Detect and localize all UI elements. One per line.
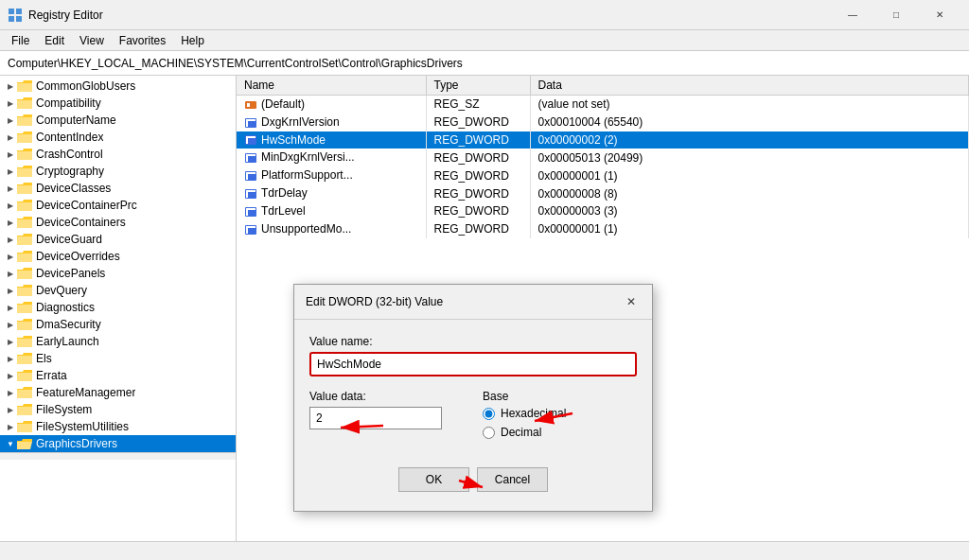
tree-item[interactable]: ▶ DeviceContainers <box>0 214 236 231</box>
value-data-input[interactable] <box>309 407 442 429</box>
tree-item[interactable]: ▶ FeatureManagemer <box>0 384 236 401</box>
menu-favorites[interactable]: Favorites <box>112 32 173 49</box>
expand-arrow: ▶ <box>4 148 17 161</box>
tree-item-label: DevQuery <box>36 284 87 297</box>
cell-name-value: UnsupportedMo... <box>261 222 351 236</box>
tree-item[interactable]: ▶ EarlyLaunch <box>0 333 236 350</box>
tree-item[interactable]: ▶ Errata <box>0 367 236 384</box>
menu-help[interactable]: Help <box>173 32 212 49</box>
table-row[interactable]: TdrDelayREG_DWORD0x00000008 (8) <box>237 184 969 202</box>
folder-icon <box>17 420 32 433</box>
table-cell-name: PlatformSupport... <box>237 166 426 184</box>
maximize-button[interactable]: □ <box>874 0 918 30</box>
folder-icon <box>17 267 32 280</box>
value-name-input[interactable] <box>309 352 637 376</box>
folder-icon-open <box>17 437 32 450</box>
tree-item-label: Cryptography <box>36 165 104 178</box>
col-name-header: Name <box>237 76 426 96</box>
app-icon <box>8 8 23 23</box>
tree-item[interactable]: ▶ FileSystem <box>0 401 236 418</box>
folder-icon <box>17 301 32 314</box>
tree-item[interactable]: ▶ Els <box>0 350 236 367</box>
expand-arrow: ▶ <box>4 131 17 144</box>
tree-item-label: Els <box>36 352 52 365</box>
table-row[interactable]: MinDxgKrnlVersi...REG_DWORD0x00005013 (2… <box>237 149 969 166</box>
ok-button[interactable]: OK <box>398 467 469 492</box>
cell-name-value: TdrDelay <box>261 186 308 200</box>
table-cell-type: REG_DWORD <box>426 202 530 220</box>
titlebar: Registry Editor — □ ✕ <box>0 0 969 30</box>
table-cell-name: UnsupportedMo... <box>237 220 426 238</box>
hexadecimal-radio[interactable] <box>483 408 495 420</box>
tree-item[interactable]: ▶ DeviceClasses <box>0 180 236 197</box>
tree-item[interactable]: ▶ FileSystemUtilities <box>0 418 236 435</box>
dialog-close-button[interactable]: ✕ <box>622 292 641 311</box>
tree-item-graphics-drivers[interactable]: ▼ GraphicsDrivers <box>0 435 236 452</box>
tree-item-cryptography[interactable]: ▶ Cryptography <box>0 163 236 180</box>
value-data-row: Value data: Base Hexadecimal Decimal <box>309 390 637 439</box>
table-cell-name: DxgKrnlVersion <box>237 114 426 131</box>
folder-icon <box>17 403 32 416</box>
tree-item[interactable]: ▶ DmaSecurity <box>0 316 236 333</box>
table-cell-type: REG_DWORD <box>426 149 530 166</box>
decimal-radio[interactable] <box>483 427 495 439</box>
svg-rect-14 <box>246 154 255 156</box>
tree-item[interactable]: ▶ Compatibility <box>0 95 236 112</box>
table-row[interactable]: PlatformSupport...REG_DWORD0x00000001 (1… <box>237 166 969 184</box>
tree-item[interactable]: ▶ ContentIndex <box>0 129 236 146</box>
tree-item[interactable]: ▶ DevQuery <box>0 282 236 299</box>
minimize-button[interactable]: — <box>831 0 874 30</box>
cell-name-value: HwSchMode <box>261 133 326 147</box>
address-bar: Computer\HKEY_LOCAL_MACHINE\SYSTEM\Curre… <box>0 51 969 76</box>
expand-arrow: ▶ <box>4 114 17 127</box>
cell-name-value: DxgKrnlVersion <box>261 115 340 129</box>
tree-item[interactable]: ▶ DeviceOverrides <box>0 248 236 265</box>
table-cell-name: TdrDelay <box>237 184 426 202</box>
dialog-buttons: OK Cancel <box>309 467 637 496</box>
svg-rect-23 <box>246 208 255 210</box>
col-type-header: Type <box>426 76 530 96</box>
expand-arrow: ▶ <box>4 216 17 229</box>
tree-item[interactable]: ▶ ComputerName <box>0 112 236 129</box>
tree-item[interactable]: ▶ CommonGlobUsers <box>0 78 236 95</box>
expand-arrow: ▶ <box>4 420 17 433</box>
tree-item-label: Compatibility <box>36 96 101 110</box>
tree-item[interactable]: ▶ CrashControl <box>0 146 236 163</box>
statusbar <box>0 541 969 560</box>
table-cell-data: 0x00000001 (1) <box>530 166 969 184</box>
expand-arrow: ▶ <box>4 79 17 93</box>
hexadecimal-label: Hexadecimal <box>501 407 566 420</box>
menu-file[interactable]: File <box>4 32 37 49</box>
table-row[interactable]: TdrLevelREG_DWORD0x00000003 (3) <box>237 202 969 220</box>
tree-item-label: DeviceClasses <box>36 182 111 195</box>
decimal-option[interactable]: Decimal <box>483 426 637 439</box>
table-row[interactable]: DxgKrnlVersionREG_DWORD0x00010004 (65540… <box>237 114 969 131</box>
svg-rect-8 <box>246 119 255 121</box>
expand-arrow: ▶ <box>4 352 17 365</box>
menu-edit[interactable]: Edit <box>37 32 72 49</box>
tree-item[interactable]: ▶ DeviceGuard <box>0 231 236 248</box>
svg-rect-0 <box>9 9 14 14</box>
table-row[interactable]: UnsupportedMo...REG_DWORD0x00000001 (1) <box>237 220 969 238</box>
table-cell-name: HwSchMode <box>237 131 426 149</box>
expand-arrow: ▶ <box>4 284 17 297</box>
tree-item[interactable]: ▶ DeviceContainerPrc <box>0 197 236 214</box>
expand-arrow: ▶ <box>4 301 17 314</box>
close-button[interactable]: ✕ <box>918 0 961 30</box>
tree-item[interactable]: ▶ Diagnostics <box>0 299 236 316</box>
table-row[interactable]: HwSchModeREG_DWORD0x00000002 (2) <box>237 131 969 149</box>
table-row[interactable]: (Default)REG_SZ(value not set) <box>237 96 969 114</box>
svg-rect-20 <box>246 190 255 192</box>
table-cell-type: REG_DWORD <box>426 184 530 202</box>
menu-view[interactable]: View <box>72 32 112 49</box>
cancel-button[interactable]: Cancel <box>477 467 548 492</box>
expand-arrow: ▶ <box>4 250 17 263</box>
base-col: Base Hexadecimal Decimal <box>483 390 637 439</box>
hexadecimal-option[interactable]: Hexadecimal <box>483 407 637 420</box>
expand-arrow: ▶ <box>4 267 17 280</box>
tree-item[interactable]: ▶ DevicePanels <box>0 265 236 282</box>
table-cell-data: 0x00000002 (2) <box>530 131 969 149</box>
table-cell-data: 0x00000008 (8) <box>530 184 969 202</box>
svg-rect-5 <box>247 103 250 107</box>
table-cell-data: 0x00000003 (3) <box>530 202 969 220</box>
